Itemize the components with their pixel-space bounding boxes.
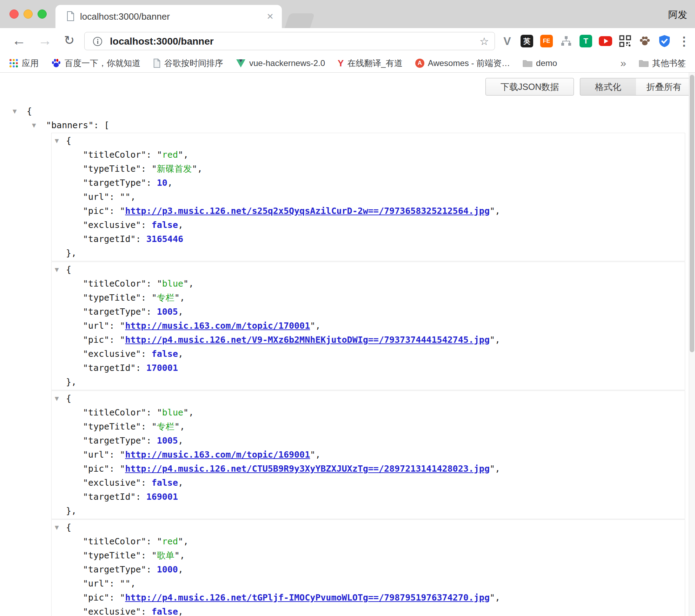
json-key: "targetType":	[83, 435, 157, 446]
json-key: "exclusive":	[83, 349, 152, 359]
format-button[interactable]: 格式化	[580, 78, 636, 96]
paw-extension-icon[interactable]	[637, 34, 652, 48]
address-path: :3000/banner	[153, 36, 214, 47]
security-shield-extension-icon[interactable]	[657, 34, 672, 48]
collapse-toggle-icon[interactable]: ▼	[13, 104, 17, 118]
new-tab-button[interactable]	[285, 13, 315, 28]
json-line: "titleColor": "blue",	[52, 406, 685, 420]
json-line: "url": "",	[52, 577, 685, 591]
json-comma: ,	[178, 349, 183, 359]
json-comma: ,	[495, 206, 500, 216]
qrcode-extension-icon[interactable]	[618, 34, 633, 48]
json-key: "typeTitle":	[83, 293, 152, 303]
json-object-box: ▼{"titleColor": "red","typeTitle": "新碟首发…	[51, 133, 685, 261]
json-comma: ,	[178, 435, 183, 446]
json-quote: "	[120, 450, 125, 460]
json-quote: "	[120, 578, 125, 589]
translate-glyph: 英	[521, 35, 533, 47]
bookmark-star-icon[interactable]: ☆	[479, 35, 489, 47]
tab-strip: localhost:3000/banner × 阿发	[0, 0, 695, 28]
json-quote: "	[157, 407, 162, 418]
window-minimize-button[interactable]	[24, 9, 33, 19]
youdao-icon: Y	[338, 58, 344, 69]
json-link-value[interactable]: http://music.163.com/m/topic/169001	[125, 450, 310, 460]
collapse-toggle-icon[interactable]: ▼	[55, 263, 59, 277]
bookmark-baidu[interactable]: 百度一下，你就知道	[51, 58, 140, 69]
collapse-toggle-icon[interactable]: ▼	[55, 520, 59, 535]
collapse-toggle-icon[interactable]: ▼	[55, 134, 59, 148]
other-bookmarks-folder[interactable]: 其他书签	[639, 58, 686, 69]
tampermonkey-extension-icon[interactable]: T	[578, 34, 593, 48]
bookmark-vue-hackernews[interactable]: vue-hackernews-2.0	[236, 58, 325, 68]
org-extension-icon[interactable]	[559, 34, 574, 48]
bookmark-label: demo	[536, 58, 557, 68]
json-key: "url":	[83, 192, 120, 202]
translate-extension-icon[interactable]: 英	[519, 34, 534, 48]
json-comma: ,	[183, 150, 188, 160]
bookmark-awesomes[interactable]: A Awesomes - 前端资…	[415, 58, 510, 69]
json-quote: "	[157, 150, 162, 160]
download-json-button[interactable]: 下载JSON数据	[485, 78, 574, 96]
json-line: "titleColor": "red",	[52, 148, 685, 162]
json-root-brace: {	[27, 106, 32, 116]
json-link-value[interactable]: http://p4.music.126.net/CTU5B9R9y3XyYBZX…	[125, 464, 490, 474]
scrollbar-track[interactable]	[689, 73, 695, 616]
json-comma: ,	[495, 592, 500, 603]
bookmark-label: Awesomes - 前端资…	[428, 58, 510, 69]
forward-icon[interactable]: →	[38, 31, 52, 50]
bookmarks-overflow-icon[interactable]: »	[620, 57, 626, 69]
bookmark-google-sort[interactable]: 谷歌按时间排序	[153, 58, 223, 69]
collapse-all-button[interactable]: 折叠所有	[636, 78, 692, 96]
vimium-extension-icon[interactable]: V	[500, 34, 515, 48]
json-literal-value: 1005	[157, 435, 178, 446]
browser-menu-icon[interactable]: ⋮	[678, 34, 690, 48]
json-link-value[interactable]: http://p3.music.126.net/s25q2x5QyqsAzilC…	[125, 206, 490, 216]
address-bar[interactable]: localhost:3000/banner ☆	[84, 32, 495, 50]
window-close-button[interactable]	[9, 9, 19, 19]
json-key: "titleColor":	[83, 150, 157, 160]
json-line: },	[52, 246, 685, 260]
tab-close-icon[interactable]: ×	[267, 10, 273, 23]
collapse-toggle-icon[interactable]: ▼	[32, 118, 36, 132]
json-link-value[interactable]: http://p4.music.126.net/tGPljf-IMOCyPvum…	[125, 592, 490, 603]
reload-icon[interactable]: ↻	[64, 31, 74, 50]
json-link-value[interactable]: http://p4.music.126.net/V9-MXz6b2MNhEKju…	[125, 335, 490, 345]
awesomes-icon: A	[415, 59, 424, 68]
baidu-paw-icon	[51, 58, 61, 68]
window-zoom-button[interactable]	[38, 9, 47, 19]
page-info-icon[interactable]	[92, 36, 103, 48]
json-line: "targetId": 169001	[52, 490, 685, 504]
folder-icon	[523, 59, 532, 67]
json-string-value: 新碟首发	[157, 164, 192, 174]
json-quote: "	[490, 464, 495, 474]
bookmark-apps[interactable]: 应用	[9, 58, 39, 69]
json-comma: ,	[495, 335, 500, 345]
json-line: "titleColor": "red",	[52, 535, 685, 549]
browser-tab[interactable]: localhost:3000/banner ×	[55, 5, 282, 28]
fe-extension-icon[interactable]: FE	[539, 34, 554, 48]
json-comma: ,	[183, 536, 188, 546]
json-quote: "	[120, 321, 125, 331]
json-comma: ,	[315, 450, 320, 460]
json-open-brace: {	[66, 522, 71, 532]
json-link-value[interactable]: http://music.163.com/m/topic/170001	[125, 321, 310, 331]
profile-name[interactable]: 阿发	[668, 8, 687, 21]
json-key: "exclusive":	[83, 478, 152, 488]
collapse-toggle-icon[interactable]: ▼	[55, 392, 59, 406]
json-string-value: 专栏	[157, 293, 174, 303]
json-quote: "	[178, 536, 183, 546]
json-quote: "	[490, 592, 495, 603]
bookmark-youdao[interactable]: Y 在线翻译_有道	[338, 58, 403, 69]
json-string-value: blue	[162, 407, 183, 418]
json-quote: "	[490, 335, 495, 345]
scrollbar-thumb[interactable]	[690, 75, 694, 352]
json-open-brace: {	[66, 393, 71, 404]
json-key: "url":	[83, 450, 120, 460]
json-comma: ,	[180, 550, 185, 561]
bookmark-demo-folder[interactable]: demo	[523, 58, 557, 68]
back-icon[interactable]: ←	[12, 31, 26, 50]
json-comma: ,	[178, 220, 183, 230]
json-literal-value: 170001	[146, 363, 178, 373]
json-line: "pic": "http://p4.music.126.net/V9-MXz6b…	[52, 333, 685, 347]
youtube-extension-icon[interactable]	[598, 34, 613, 48]
